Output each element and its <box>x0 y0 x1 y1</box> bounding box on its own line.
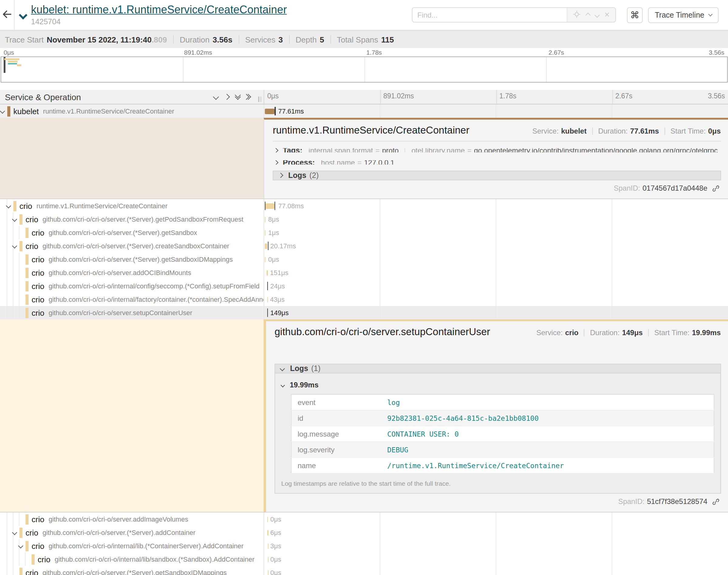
span-duration-bar[interactable] <box>265 243 267 249</box>
span-timeline-cell[interactable]: 8μs <box>264 212 728 226</box>
span-name-cell[interactable]: criogithub.com/cri-o/cri-o/server.(*Serv… <box>0 526 264 539</box>
indent-guide <box>13 552 13 566</box>
trace-view-selector[interactable]: Trace Timeline <box>648 7 718 23</box>
deep-link-icon[interactable] <box>712 498 720 505</box>
find-next-icon[interactable] <box>594 12 599 18</box>
chevron-down-icon[interactable] <box>0 109 5 114</box>
span-duration-bar[interactable] <box>265 108 274 114</box>
span-name-cell[interactable]: criogithub.com/cri-o/cri-o/server.setupC… <box>0 306 264 319</box>
column-resizer-handle[interactable] <box>258 97 261 102</box>
span-timeline-cell[interactable]: 151μs <box>264 266 728 279</box>
span-duration-bar[interactable] <box>267 516 268 522</box>
span-id-label: SpanID: <box>614 184 640 193</box>
span-name-cell[interactable]: criogithub.com/cri-o/cri-o/server.(*Serv… <box>0 212 264 226</box>
service-color-bar <box>20 527 22 538</box>
collapse-one-icon[interactable] <box>213 94 219 100</box>
span-name-cell[interactable]: criogithub.com/cri-o/cri-o/internal/lib/… <box>0 552 264 566</box>
span-name-cell[interactable]: criogithub.com/cri-o/cri-o/server.(*Serv… <box>0 239 264 252</box>
spacer <box>0 82 728 90</box>
span-duration-bar[interactable] <box>268 570 268 575</box>
span-row[interactable]: criogithub.com/cri-o/cri-o/server.addOCI… <box>0 266 728 279</box>
duration-label: 0μs <box>270 515 281 523</box>
span-name-cell[interactable]: crioruntime.v1.RuntimeService/CreateCont… <box>0 199 264 212</box>
span-row[interactable]: criogithub.com/cri-o/cri-o/internal/lib.… <box>0 539 728 552</box>
span-row[interactable]: criogithub.com/cri-o/cri-o/internal/fact… <box>0 293 728 306</box>
operation-name: github.com/cri-o/cri-o/server.addOCIBind… <box>48 269 191 276</box>
span-row[interactable]: criogithub.com/cri-o/cri-o/server.(*Serv… <box>0 252 728 266</box>
process-row[interactable]: Process: host.name=127.0.0.1 <box>273 161 721 165</box>
span-row[interactable]: criogithub.com/cri-o/cri-o/internal/conf… <box>0 279 728 293</box>
span-duration-bar[interactable] <box>265 216 265 222</box>
span-name-cell[interactable]: criogithub.com/cri-o/cri-o/internal/conf… <box>0 279 264 293</box>
span-duration-bar[interactable] <box>268 530 268 535</box>
span-name-cell[interactable]: criogithub.com/cri-o/cri-o/server.(*Serv… <box>0 566 264 575</box>
span-timeline-cell[interactable]: 0μs <box>264 252 728 266</box>
span-timeline-cell[interactable]: 0μs <box>264 552 728 566</box>
find-input[interactable] <box>412 8 567 22</box>
span-timeline-cell[interactable]: 77.08ms <box>264 199 728 212</box>
duration-label: 43μs <box>270 296 285 303</box>
span-duration-bar[interactable] <box>268 543 268 549</box>
indent-guide <box>19 266 20 279</box>
span-row[interactable]: criogithub.com/cri-o/cri-o/server.(*Serv… <box>0 226 728 239</box>
summary-item: Total Spans115 <box>337 35 394 44</box>
logs-toggle-expanded[interactable]: Logs (1) <box>274 364 721 373</box>
collapse-trace-chevron[interactable] <box>20 9 26 20</box>
span-name-cell[interactable]: criogithub.com/cri-o/cri-o/server.addIma… <box>0 512 264 526</box>
span-row[interactable]: criogithub.com/cri-o/cri-o/internal/lib/… <box>0 552 728 566</box>
back-button[interactable] <box>0 0 14 30</box>
span-row[interactable]: criogithub.com/cri-o/cri-o/server.(*Serv… <box>0 566 728 575</box>
expand-all-icon[interactable] <box>246 95 250 99</box>
span-name-cell[interactable]: criogithub.com/cri-o/cri-o/server.addOCI… <box>0 266 264 279</box>
span-timeline-cell[interactable]: 24μs <box>264 279 728 293</box>
span-row[interactable]: kubeletruntime.v1.RuntimeService/CreateC… <box>0 104 728 118</box>
span-row[interactable]: criogithub.com/cri-o/cri-o/server.setupC… <box>0 306 728 319</box>
find-previous-icon[interactable] <box>585 12 590 18</box>
collapse-all-icon[interactable] <box>236 95 240 99</box>
span-timeline-cell[interactable]: 1μs <box>264 226 728 239</box>
indent-guide <box>7 239 7 252</box>
span-timeline-cell[interactable]: 149μs <box>264 306 728 319</box>
span-name-cell[interactable]: criogithub.com/cri-o/cri-o/server.(*Serv… <box>0 252 264 266</box>
summary-item: Depth5 <box>296 35 324 44</box>
span-name-cell[interactable]: kubeletruntime.v1.RuntimeService/CreateC… <box>0 104 264 118</box>
operation-name: runtime.v1.RuntimeService/CreateContaine… <box>36 202 168 209</box>
span-timeline-cell[interactable]: 43μs <box>264 293 728 306</box>
span-name-cell[interactable]: criogithub.com/cri-o/cri-o/server.(*Serv… <box>0 226 264 239</box>
tags-row[interactable]: Tags: internal.span.format=protootel.lib… <box>273 148 721 153</box>
span-timeline-cell[interactable]: 77.61ms <box>264 104 728 118</box>
log-fields-table: eventlogid92b82381-025c-4a64-815c-ba2e1b… <box>291 394 714 474</box>
span-timeline-cell[interactable]: 6μs <box>264 526 728 539</box>
log-entry-toggle[interactable]: 19.99ms <box>281 381 715 389</box>
span-duration-bar[interactable] <box>265 257 265 262</box>
span-row[interactable]: criogithub.com/cri-o/cri-o/server.addIma… <box>0 512 728 526</box>
span-duration-bar[interactable] <box>265 230 265 235</box>
span-duration-bar[interactable] <box>265 203 274 209</box>
span-row[interactable]: crioruntime.v1.RuntimeService/CreateCont… <box>0 199 728 212</box>
trace-title-link[interactable]: kubelet: runtime.v1.RuntimeService/Creat… <box>31 4 287 16</box>
keyboard-shortcuts-button[interactable]: ⌘ <box>627 7 643 23</box>
span-row[interactable]: criogithub.com/cri-o/cri-o/server.(*Serv… <box>0 212 728 226</box>
span-row[interactable]: criogithub.com/cri-o/cri-o/server.(*Serv… <box>0 239 728 252</box>
span-name-cell[interactable]: criogithub.com/cri-o/cri-o/internal/lib.… <box>0 539 264 552</box>
span-duration-bar[interactable] <box>267 297 268 302</box>
span-timeline-cell[interactable]: 3μs <box>264 539 728 552</box>
span-duration-bar[interactable] <box>267 270 268 275</box>
service-color-bar <box>26 254 28 264</box>
expand-one-icon[interactable] <box>224 94 230 100</box>
expanded-span-name-cell[interactable] <box>0 118 264 199</box>
span-row[interactable]: criogithub.com/cri-o/cri-o/server.(*Serv… <box>0 526 728 539</box>
span-duration-bar[interactable] <box>268 556 268 562</box>
chevron-down-icon <box>280 383 285 387</box>
focus-target-icon[interactable] <box>573 9 581 20</box>
duration-label: 6μs <box>270 529 281 536</box>
span-timeline-cell[interactable]: 0μs <box>264 512 728 526</box>
span-name-cell[interactable]: criogithub.com/cri-o/cri-o/internal/fact… <box>0 293 264 306</box>
find-clear-icon[interactable]: ✕ <box>604 11 610 18</box>
span-timeline-cell[interactable]: 20.17ms <box>264 239 728 252</box>
logs-toggle-collapsed[interactable]: Logs (2) <box>273 171 721 180</box>
minimap-canvas[interactable] <box>1 57 727 82</box>
span-timeline-cell[interactable]: 0μs <box>264 566 728 575</box>
deep-link-icon[interactable] <box>712 184 720 192</box>
expanded-span-name-cell[interactable] <box>0 319 264 512</box>
